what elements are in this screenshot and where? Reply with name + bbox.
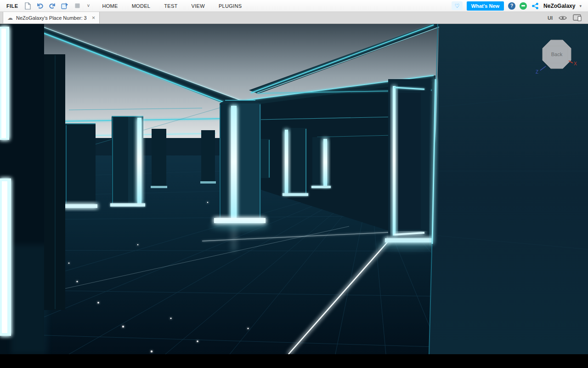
- axis-x-label: X: [574, 61, 577, 66]
- menu-plugins[interactable]: PLUGINS: [219, 3, 242, 9]
- tab-close-icon[interactable]: ×: [92, 15, 96, 21]
- redo-icon[interactable]: [48, 2, 57, 10]
- 3d-viewport[interactable]: Back Z X: [0, 24, 588, 354]
- document-tab-bar: ☁ NeZoGalaxy's Place Number: 3 × UI: [0, 12, 588, 24]
- heart-glyph: ♡: [454, 3, 459, 9]
- menu-home[interactable]: HOME: [102, 3, 118, 9]
- menu-bar: FILE ˅ HOME MODEL TEST VIEW PLUGINS ♡ Wh…: [0, 0, 588, 12]
- right-wall: [429, 24, 588, 354]
- place-tab[interactable]: ☁ NeZoGalaxy's Place Number: 3 ×: [3, 12, 100, 23]
- axis-z-label: Z: [536, 69, 538, 75]
- cloud-icon: ☁: [7, 15, 13, 21]
- 3d-scene: Back Z X: [0, 24, 588, 354]
- publish-icon[interactable]: [61, 2, 69, 10]
- menubar-right-cluster: ♡ What's New ? NeZoGalaxy ▾: [452, 1, 584, 11]
- quick-access-overflow-chevron-icon[interactable]: ˅: [85, 2, 91, 10]
- share-icon[interactable]: [531, 2, 539, 10]
- ribbon-menu-list: HOME MODEL TEST VIEW PLUGINS: [102, 3, 242, 9]
- status-dash-icon: [521, 5, 525, 6]
- menu-test[interactable]: TEST: [164, 3, 177, 9]
- favorites-heart-icon[interactable]: ♡: [452, 1, 463, 10]
- user-menu-caret-icon[interactable]: ▾: [579, 4, 582, 8]
- bottom-letterbox: [0, 354, 588, 368]
- open-document-icon[interactable]: [23, 2, 32, 10]
- stop-icon[interactable]: [73, 2, 81, 10]
- visibility-eye-icon[interactable]: [559, 15, 567, 21]
- help-icon[interactable]: ?: [508, 2, 515, 10]
- tab-title: NeZoGalaxy's Place Number: 3: [16, 15, 87, 21]
- file-menu[interactable]: FILE: [4, 1, 23, 11]
- quick-access-toolbar: ˅: [23, 2, 91, 10]
- username-label[interactable]: NeZoGalaxy: [543, 3, 575, 9]
- menu-view[interactable]: VIEW: [192, 3, 205, 9]
- view-cube-face-label: Back: [551, 52, 563, 57]
- user-status-icon[interactable]: [520, 2, 527, 10]
- left-wall: [0, 24, 65, 354]
- viewport-toolbar: UI: [548, 12, 588, 23]
- device-emulator-icon[interactable]: [573, 14, 582, 21]
- ui-visibility-toggle[interactable]: UI: [548, 15, 553, 21]
- menu-model[interactable]: MODEL: [132, 3, 151, 9]
- whats-new-button[interactable]: What's New: [467, 1, 504, 11]
- undo-icon[interactable]: [36, 2, 44, 10]
